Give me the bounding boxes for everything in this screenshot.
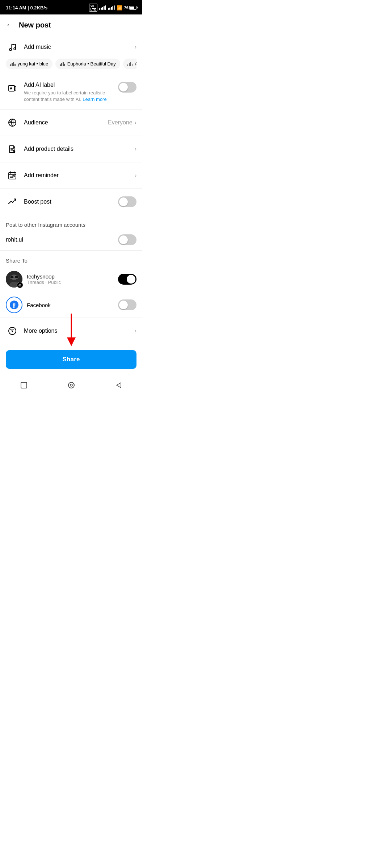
share-button[interactable]: Share xyxy=(6,350,136,369)
chip-3[interactable]: Alex S xyxy=(123,59,136,69)
nav-back-button[interactable] xyxy=(112,379,125,392)
svg-point-21 xyxy=(70,384,72,386)
chip-1-label: yung kai • blue xyxy=(18,61,49,67)
add-music-row[interactable]: Add music › xyxy=(6,41,136,54)
chip-bars-icon xyxy=(10,62,16,66)
chip-bars-icon-3 xyxy=(127,62,133,66)
facebook-info: Facebook xyxy=(27,302,114,308)
techysnoop-name: techysnoop xyxy=(27,273,114,280)
audience-chevron: › xyxy=(135,119,136,126)
battery-icon xyxy=(129,6,136,10)
add-music-label: Add music xyxy=(24,44,135,50)
svg-point-0 xyxy=(9,48,12,51)
chip-1[interactable]: yung kai • blue xyxy=(6,59,52,69)
back-triangle-icon xyxy=(115,381,123,389)
header: ← New post xyxy=(0,14,142,34)
square-icon xyxy=(20,381,28,389)
volte-icon: VoLTE xyxy=(89,4,97,12)
techysnoop-row: @ techysnoop Threads · Public xyxy=(0,267,142,292)
status-time-speed: 11:14 AM | 0.2KB/s xyxy=(6,5,47,10)
svg-rect-19 xyxy=(21,382,27,388)
svg-point-16 xyxy=(12,331,13,332)
ai-label-content: Add AI label We require you to label cer… xyxy=(24,82,114,103)
svg-point-5 xyxy=(10,149,10,149)
svg-rect-7 xyxy=(9,173,16,179)
post-to-other-accounts-label: Post to other Instagram accounts xyxy=(0,215,142,229)
facebook-toggle[interactable] xyxy=(118,299,136,310)
facebook-icon xyxy=(6,297,22,313)
nav-square-button[interactable] xyxy=(17,379,30,392)
wifi-icon: 📶 xyxy=(117,5,122,10)
add-product-details-row[interactable]: Add product details › xyxy=(0,136,142,162)
facebook-name: Facebook xyxy=(27,302,114,308)
rohit-account-name: rohit.ui xyxy=(6,237,114,243)
share-to-section: Share To @ xyxy=(0,251,142,344)
ai-label-description: We require you to label certain realisti… xyxy=(24,90,114,103)
facebook-row: Facebook xyxy=(0,292,142,318)
boost-icon xyxy=(6,195,19,208)
techysnoop-avatar-container: @ xyxy=(6,271,22,288)
audience-value: Everyone xyxy=(108,119,133,126)
add-music-chevron: › xyxy=(135,44,136,50)
techysnoop-subtitle: Threads · Public xyxy=(27,280,114,285)
home-circle-icon xyxy=(67,381,75,389)
chip-2[interactable]: Euphoria • Beatiful Day xyxy=(55,59,120,69)
svg-rect-12 xyxy=(10,276,14,278)
ai-label-icon xyxy=(6,82,19,95)
signal-icon-1 xyxy=(99,5,106,10)
svg-rect-8 xyxy=(13,175,14,177)
ai-label-section: Add AI label We require you to label cer… xyxy=(0,75,142,110)
more-options-icon xyxy=(6,324,19,337)
techysnoop-info: techysnoop Threads · Public xyxy=(27,273,114,285)
share-button-container: Share xyxy=(0,344,142,375)
boost-post-row: Boost post xyxy=(0,189,142,215)
add-music-section[interactable]: Add music › yung kai • blue xyxy=(0,34,142,75)
techysnoop-toggle[interactable] xyxy=(118,274,136,285)
threads-badge: @ xyxy=(17,282,23,288)
add-product-details-label: Add product details xyxy=(24,146,135,152)
add-reminder-row[interactable]: Add reminder › xyxy=(0,162,142,189)
svg-marker-22 xyxy=(117,383,121,388)
audience-icon xyxy=(6,116,19,129)
boost-post-toggle[interactable] xyxy=(118,196,136,207)
reminder-icon xyxy=(6,169,19,182)
chip-bars-icon-2 xyxy=(60,62,65,66)
ai-label-title: Add AI label xyxy=(24,82,114,88)
svg-point-15 xyxy=(9,327,16,335)
svg-point-20 xyxy=(68,382,74,388)
rohit-account-toggle[interactable] xyxy=(118,234,136,245)
chip-2-label: Euphoria • Beatiful Day xyxy=(67,61,116,67)
battery-container: 76 xyxy=(124,5,136,10)
share-to-section-label: Share To xyxy=(0,252,142,267)
battery-percent: 76 xyxy=(124,5,129,10)
audience-row[interactable]: Audience Everyone › xyxy=(0,110,142,136)
music-icon xyxy=(6,41,19,54)
nav-home-button[interactable] xyxy=(65,379,78,392)
back-button[interactable]: ← xyxy=(6,20,14,30)
bottom-nav xyxy=(0,375,142,398)
chip-3-label: Alex S xyxy=(135,61,136,67)
audience-label: Audience xyxy=(24,119,108,126)
music-chips: yung kai • blue Euphoria • Beatiful Day xyxy=(6,59,136,75)
more-options-chevron: › xyxy=(135,328,136,334)
reminder-chevron: › xyxy=(135,172,136,179)
status-bar: 11:14 AM | 0.2KB/s VoLTE 📶 76 xyxy=(0,0,142,14)
svg-rect-13 xyxy=(14,276,18,278)
learn-more-link[interactable]: Learn more xyxy=(83,97,106,102)
content: Add music › yung kai • blue xyxy=(0,34,142,375)
ai-label-toggle[interactable] xyxy=(118,82,136,93)
more-options-row[interactable]: More options › xyxy=(0,318,142,344)
signal-icon-2 xyxy=(108,5,115,10)
status-icons: VoLTE 📶 76 xyxy=(89,4,136,12)
more-options-label: More options xyxy=(24,328,135,334)
add-reminder-label: Add reminder xyxy=(24,172,135,179)
svg-point-4 xyxy=(10,121,11,122)
product-details-chevron: › xyxy=(135,146,136,152)
boost-post-label: Boost post xyxy=(24,199,114,205)
rohit-account-row: rohit.ui xyxy=(0,229,142,251)
product-details-icon xyxy=(6,142,19,156)
page-title: New post xyxy=(19,21,51,29)
